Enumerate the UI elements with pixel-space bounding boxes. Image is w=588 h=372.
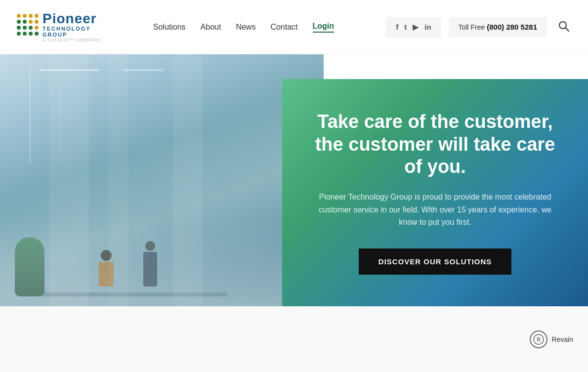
logo-catalis: A CATALIS™ COMPANY — [42, 38, 101, 42]
svg-line-17 — [565, 28, 569, 31]
linkedin-icon[interactable]: in — [424, 23, 431, 31]
hero-headline: Take care of the customer, the customer … — [312, 111, 558, 178]
cta-button[interactable]: DISCOVER OUR SOLUTIONS — [359, 248, 512, 275]
svg-point-14 — [29, 32, 33, 36]
header-right: f t ▶ in Toll Free (800) 280 5281 — [386, 17, 573, 38]
svg-point-0 — [17, 14, 21, 18]
svg-point-4 — [17, 20, 21, 24]
svg-point-3 — [35, 14, 39, 18]
person-figure-2 — [143, 241, 157, 287]
social-links: f t ▶ in — [386, 17, 441, 38]
footer-area: R Revain — [0, 306, 588, 372]
phone-label: Toll Free — [459, 23, 485, 31]
svg-point-10 — [29, 26, 33, 30]
search-icon — [558, 21, 569, 32]
logo-text: Pioneer TECHNOLOGY GROUP A CATALIS™ COMP… — [42, 12, 101, 42]
logo-icon — [15, 12, 40, 41]
hero-section: Take care of the customer, the customer … — [0, 54, 588, 306]
nav-solutions[interactable]: Solutions — [153, 23, 186, 32]
main-nav: Solutions About News Contact Login — [153, 22, 334, 33]
plant-decoration — [15, 237, 44, 296]
svg-point-12 — [17, 32, 21, 36]
nav-about[interactable]: About — [201, 23, 221, 32]
logo-line2: GROUP — [42, 32, 101, 38]
nav-news[interactable]: News — [236, 23, 255, 32]
revain-badge: R Revain — [530, 331, 573, 348]
youtube-icon[interactable]: ▶ — [413, 23, 419, 32]
hero-overlay-panel: Take care of the customer, the customer … — [282, 79, 588, 306]
logo-brand: Pioneer — [42, 12, 101, 26]
facebook-icon[interactable]: f — [396, 23, 398, 31]
svg-point-11 — [35, 26, 39, 30]
logo: Pioneer TECHNOLOGY GROUP A CATALIS™ COMP… — [15, 12, 101, 42]
revain-icon: R — [530, 331, 547, 348]
svg-text:R: R — [537, 337, 541, 342]
site-header: Pioneer TECHNOLOGY GROUP A CATALIS™ COMP… — [0, 0, 588, 54]
svg-point-9 — [23, 26, 27, 30]
svg-point-1 — [23, 14, 27, 18]
svg-point-7 — [35, 20, 39, 24]
svg-point-2 — [29, 14, 33, 18]
hero-image — [0, 54, 324, 306]
logo-line1: TECHNOLOGY — [42, 26, 101, 32]
nav-login[interactable]: Login — [313, 22, 335, 33]
search-button[interactable] — [554, 17, 573, 38]
twitter-icon[interactable]: t — [404, 23, 407, 31]
svg-point-15 — [35, 32, 39, 36]
nav-contact[interactable]: Contact — [270, 23, 297, 32]
logo-area: Pioneer TECHNOLOGY GROUP A CATALIS™ COMP… — [15, 12, 101, 42]
svg-point-13 — [23, 32, 27, 36]
hero-subtext: Pioneer Technology Group is proud to pro… — [312, 191, 558, 229]
svg-point-6 — [29, 20, 33, 24]
revain-label: Revain — [551, 335, 573, 343]
svg-point-8 — [17, 26, 21, 30]
phone-box: Toll Free (800) 280 5281 — [449, 17, 547, 37]
svg-point-5 — [23, 20, 27, 24]
phone-number: (800) 280 5281 — [487, 23, 537, 31]
